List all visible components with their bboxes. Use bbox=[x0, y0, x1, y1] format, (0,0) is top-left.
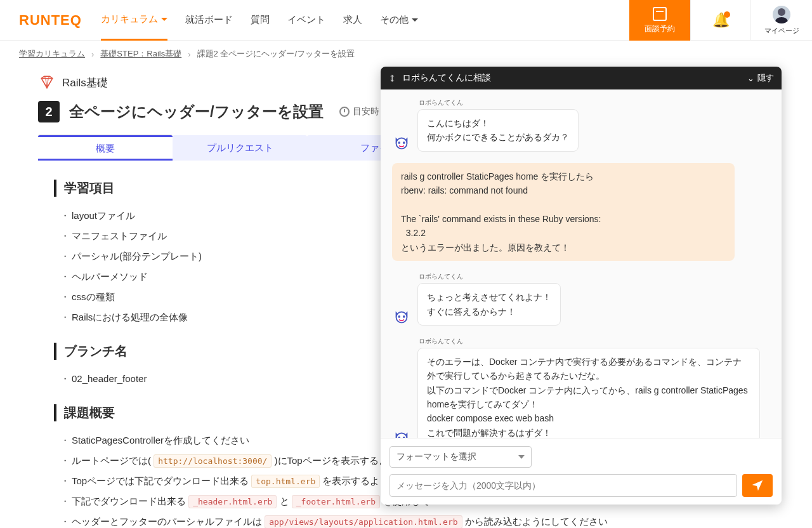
nav-event[interactable]: イベント bbox=[287, 0, 325, 41]
tab-overview[interactable]: 概要 bbox=[38, 135, 173, 161]
nav-label: その他 bbox=[380, 14, 409, 26]
notifications-button[interactable]: 🔔 bbox=[690, 0, 751, 41]
book-meeting-button[interactable]: 面談予約 bbox=[629, 0, 690, 41]
svg-point-6 bbox=[396, 433, 407, 438]
chat-footer: フォーマットを選択 bbox=[381, 438, 782, 505]
ruby-icon bbox=[38, 74, 56, 91]
calendar-icon bbox=[653, 7, 667, 21]
bot-message: ロボらんてくん こんにちはダ！ 何かボクにできることがあるダカ？ bbox=[392, 98, 770, 152]
subject-name: Rails基礎 bbox=[62, 76, 108, 90]
bot-name: ロボらんてくん bbox=[419, 272, 770, 281]
bot-message: ロボらんてくん ちょっと考えさせてくれよナ！ すぐに答えるからナ！ bbox=[392, 272, 770, 326]
expand-icon[interactable]: ⤢ bbox=[386, 72, 398, 84]
bot-message: ロボらんてくん そのエラーは、Docker コンテナ内で実行する必要があるコマン… bbox=[392, 337, 770, 438]
estimate-label: 目安時 bbox=[353, 106, 379, 117]
code-snippet: top.html.erb bbox=[251, 475, 320, 488]
chevron-down-icon: ⌄ bbox=[747, 74, 754, 83]
svg-point-2 bbox=[403, 142, 405, 144]
code-snippet: _footer.html.erb bbox=[292, 495, 380, 508]
breadcrumb-link[interactable]: 基礎STEP：Rails基礎 bbox=[100, 48, 181, 60]
input-row bbox=[390, 474, 773, 497]
bot-avatar-icon bbox=[392, 428, 411, 438]
bot-name: ロボらんてくん bbox=[419, 337, 770, 346]
svg-point-5 bbox=[403, 315, 405, 318]
svg-point-1 bbox=[398, 142, 400, 144]
nav-other[interactable]: その他 bbox=[380, 0, 418, 41]
bot-name: ロボらんてくん bbox=[419, 98, 770, 107]
tab-pullrequest[interactable]: プルリクエスト bbox=[173, 135, 307, 161]
nav-jobhunt[interactable]: 就活ボード bbox=[185, 0, 233, 41]
chat-title: ロボらんてくんに相談 bbox=[402, 72, 491, 84]
book-label: 面談予約 bbox=[645, 23, 675, 34]
notification-dot bbox=[724, 11, 730, 18]
bot-avatar-icon bbox=[392, 133, 411, 152]
chat-panel: ⤢ ロボらんてくんに相談 ⌄ 隠す ロボらんてくん こんにちはダ！ 何かボクにで… bbox=[381, 67, 782, 505]
nav-label: カリキュラム bbox=[101, 13, 158, 25]
page-title: 全ページにヘッダー/フッターを設置 bbox=[69, 102, 324, 122]
mypage-button[interactable]: マイページ bbox=[751, 0, 812, 41]
mypage-label: マイページ bbox=[764, 26, 799, 36]
format-select[interactable]: フォーマットを選択 bbox=[390, 446, 532, 468]
breadcrumb-current: 課題2 全ページにヘッダー/フッターを設置 bbox=[197, 48, 355, 60]
main-header: RUNTEQ カリキュラム 就活ボード 質問 イベント 求人 その他 面談予約 … bbox=[0, 0, 812, 41]
nav-curriculum[interactable]: カリキュラム bbox=[101, 0, 167, 41]
message-bubble: そのエラーは、Docker コンテナ内で実行する必要があるコマンドを、コンテナ外… bbox=[417, 348, 760, 438]
chevron-down-icon bbox=[518, 455, 525, 459]
send-icon bbox=[750, 478, 764, 492]
header-right: 面談予約 🔔 マイページ bbox=[629, 0, 812, 41]
svg-point-3 bbox=[396, 312, 407, 322]
svg-point-0 bbox=[396, 138, 407, 148]
nav-question[interactable]: 質問 bbox=[251, 0, 270, 41]
message-bubble: ちょっと考えさせてくれよナ！ すぐに答えるからナ！ bbox=[417, 283, 561, 326]
chevron-right-icon: › bbox=[91, 50, 94, 59]
chevron-down-icon bbox=[161, 18, 167, 21]
code-snippet: app/views/layouts/application.html.erb bbox=[265, 515, 462, 528]
message-input[interactable] bbox=[390, 474, 737, 497]
main-nav: カリキュラム 就活ボード 質問 イベント 求人 その他 bbox=[101, 0, 418, 41]
svg-point-4 bbox=[398, 315, 400, 318]
code-snippet: http://localhost:3000/ bbox=[154, 454, 272, 468]
logo[interactable]: RUNTEQ bbox=[19, 12, 82, 29]
chevron-right-icon: › bbox=[188, 50, 190, 59]
chat-hide-button[interactable]: ⌄ 隠す bbox=[747, 72, 774, 84]
user-message: rails g controller StaticPages home を実行し… bbox=[392, 163, 770, 261]
chat-header: ⤢ ロボらんてくんに相談 ⌄ 隠す bbox=[381, 67, 782, 89]
list-item: ヘッダーとフッターのパーシャルファイルは app/views/layouts/a… bbox=[60, 514, 758, 528]
clock-icon bbox=[339, 107, 350, 117]
code-snippet: _header.html.erb bbox=[188, 495, 277, 508]
breadcrumb-link[interactable]: 学習カリキュラム bbox=[19, 48, 85, 60]
avatar bbox=[773, 6, 790, 23]
message-bubble: rails g controller StaticPages home を実行し… bbox=[392, 163, 735, 261]
send-button[interactable] bbox=[742, 474, 773, 497]
breadcrumb: 学習カリキュラム › 基礎STEP：Rails基礎 › 課題2 全ページにヘッダ… bbox=[0, 41, 812, 67]
estimate: 目安時 bbox=[339, 106, 379, 117]
chevron-down-icon bbox=[412, 18, 418, 22]
chat-messages[interactable]: ロボらんてくん こんにちはダ！ 何かボクにできることがあるダカ？ rails g… bbox=[381, 89, 782, 438]
nav-jobs[interactable]: 求人 bbox=[343, 0, 362, 41]
task-number-badge: 2 bbox=[38, 101, 60, 122]
message-bubble: こんにちはダ！ 何かボクにできることがあるダカ？ bbox=[417, 109, 579, 152]
bot-avatar-icon bbox=[392, 307, 411, 326]
